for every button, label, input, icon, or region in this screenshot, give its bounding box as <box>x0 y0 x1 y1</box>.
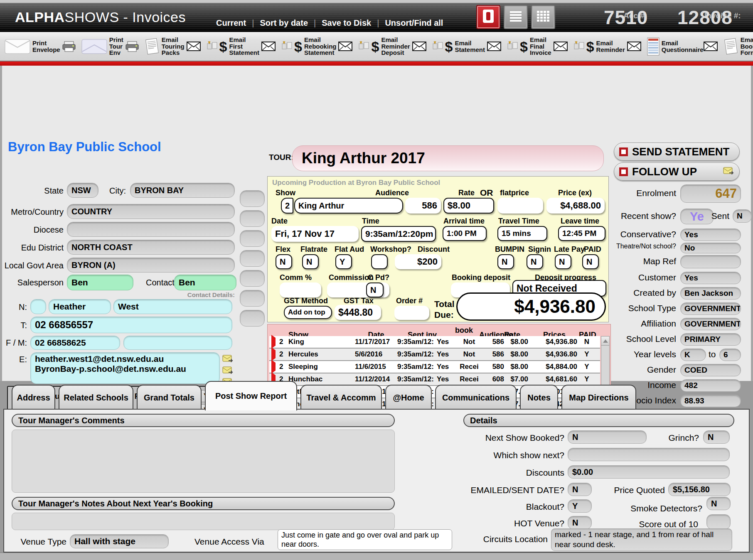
smoke-detectors-field[interactable]: N <box>706 497 731 510</box>
show-number-field[interactable]: 2 <box>281 198 293 214</box>
salesperson-field[interactable]: Ben <box>67 275 133 290</box>
menu-current[interactable]: Current <box>216 18 246 28</box>
venue-access-field[interactable]: Just come in gate and go over oval and p… <box>278 529 452 550</box>
toolbar-item-email-reminder-deposit[interactable]: $Email Reminder Deposit <box>356 34 428 59</box>
price-quoted-field[interactable]: $5,156.80 <box>668 483 731 496</box>
toolbar-item-print-envelope[interactable]: Print Envelope <box>2 34 78 59</box>
send-email-icon[interactable] <box>222 354 234 365</box>
emailed-sent-date-field[interactable]: N <box>568 483 592 496</box>
menu-save-to-disk[interactable]: Save to Disk <box>322 18 371 28</box>
tab-travel-accomm[interactable]: Travel & Accomm <box>300 385 382 410</box>
contact-field[interactable]: Ben <box>174 275 236 290</box>
rate-field[interactable]: $8.00 <box>443 198 494 214</box>
tab--home[interactable]: @Home <box>385 385 432 410</box>
tour-manager-comments-field[interactable] <box>12 430 395 493</box>
sidebar-field-year-to[interactable]: 6 <box>719 349 741 361</box>
tab-related-schools[interactable]: Related Schools <box>59 385 133 410</box>
blackout-field[interactable]: Y <box>568 499 592 513</box>
toolbar-item-email-touring-packs[interactable]: Email Touring Packs <box>143 34 203 59</box>
which-show-next-field[interactable] <box>568 448 730 461</box>
order-number-field[interactable] <box>394 306 429 320</box>
tab-grand-totals[interactable]: Grand Totals <box>137 385 202 410</box>
menu-sort-by-date[interactable]: Sort by date <box>260 18 308 28</box>
menu-unsort-find-all[interactable]: Unsort/Find all <box>385 18 443 28</box>
sidebar-field-school-type[interactable]: GOVERNMENT <box>680 302 741 315</box>
sidebar-field-affiliation[interactable]: GOVERNMENT <box>680 318 741 330</box>
toolbar-item-email-final-invoice[interactable]: $Email Final Invoice <box>505 34 570 59</box>
follow-up-checkbox[interactable] <box>619 167 628 176</box>
edu-district-field[interactable]: NORTH COAST <box>67 240 235 255</box>
form-view-button[interactable] <box>476 5 500 29</box>
c-pd-field[interactable]: N <box>366 282 384 297</box>
toolbar-item-print-tour-env[interactable]: Print Tour Env <box>79 34 141 59</box>
mobile-field[interactable] <box>123 336 232 350</box>
send-statement-checkbox[interactable] <box>619 147 628 156</box>
tab-communications[interactable]: Communications <box>435 385 517 410</box>
score-out-of-10-field[interactable] <box>706 514 731 529</box>
toolbar-item-email-booking-form[interactable]: Email Booking Form <box>721 34 753 59</box>
contact-first-name-field[interactable]: Heather <box>49 299 111 314</box>
bumpin-field[interactable]: N <box>497 254 514 269</box>
sidebar-field-conservative-[interactable]: Yes <box>680 228 741 241</box>
toolbar-item-email-questionnaire[interactable]: Email Questionnaire <box>645 34 720 59</box>
tab-post-show-report[interactable]: Post Show Report <box>205 381 297 410</box>
tab-notes[interactable]: Notes <box>520 385 558 410</box>
flat-aud-field[interactable]: Y <box>335 254 352 269</box>
tab-map-directions[interactable]: Map Directions <box>561 385 636 410</box>
workshop-field[interactable] <box>371 254 388 269</box>
email-field[interactable]: heather.west1@det.nsw.edu.au ByronBay-p.… <box>30 352 220 384</box>
toolbar-item-email-reminder[interactable]: $Email Reminder <box>571 34 643 59</box>
sidebar-label-affiliation: Affiliation <box>517 319 676 329</box>
contact-title-field[interactable] <box>30 299 46 314</box>
tour-name-field[interactable]: King Arthur 2017 <box>292 145 604 171</box>
tab-address[interactable]: Address <box>12 385 55 410</box>
discounts-field[interactable]: $0.00 <box>568 465 730 479</box>
metro-country-field[interactable]: COUNTRY <box>67 204 235 219</box>
local-govt-area-field[interactable]: BYRON (A) <box>67 258 235 273</box>
hot-venue-field[interactable]: N <box>568 516 592 529</box>
time-field[interactable]: 9:35am/12:20pm <box>361 226 436 242</box>
tour-manager-notes-field[interactable] <box>12 513 395 530</box>
next-show-booked-field[interactable]: N <box>568 430 647 444</box>
gst-method-field[interactable]: Add on top <box>284 306 332 319</box>
state-field[interactable]: NSW <box>67 183 98 198</box>
flex-field[interactable]: N <box>276 254 292 269</box>
sidebar-field-year-from[interactable]: K <box>680 349 706 361</box>
sidebar-field-income[interactable]: 482 <box>680 379 741 392</box>
sent-field[interactable]: N <box>733 209 752 223</box>
sidebar-field-customer[interactable]: Yes <box>680 272 741 284</box>
date-field[interactable]: Fri, 17 Nov 17 <box>271 226 359 242</box>
sidebar-field-created-by[interactable]: Ben Jackson <box>680 287 741 300</box>
arrival-time-field[interactable]: 1:00 PM <box>443 226 487 241</box>
send-statement-button[interactable]: SEND STATEMENT <box>614 142 740 161</box>
table-view-button[interactable] <box>531 5 555 29</box>
grinch-field[interactable]: N <box>703 430 730 444</box>
send-email-icon[interactable] <box>222 365 234 376</box>
flat-aud-label: Flat Aud <box>335 245 364 254</box>
sidebar-field-gender[interactable]: COED <box>680 364 741 376</box>
sidebar-field-school-level[interactable]: PRIMARY <box>680 333 741 346</box>
toolbar-item-email-first-statement[interactable]: $Email First Statement <box>204 34 278 59</box>
follow-up-button[interactable]: FOLLOW UP <box>614 162 740 181</box>
field-stub <box>240 190 265 207</box>
diocese-field[interactable] <box>67 222 235 237</box>
contact-last-name-field[interactable]: West <box>113 299 232 314</box>
city-field[interactable]: BYRON BAY <box>130 183 235 198</box>
flatrate-field[interactable]: N <box>302 254 319 269</box>
audience-field[interactable]: 586 <box>405 198 441 214</box>
sidebar-field-map-ref[interactable] <box>680 255 741 268</box>
venue-type-field[interactable]: Hall with stage <box>70 534 169 548</box>
show-name-field[interactable]: King Arthur <box>294 198 403 214</box>
comm-pct-field[interactable] <box>280 282 321 297</box>
sidebar-field-theatre-not-school-[interactable]: No <box>680 243 741 253</box>
circuits-location-field[interactable]: marked - 1 near stage, and 1 from rear o… <box>551 528 732 551</box>
follow-up-email-icon[interactable] <box>723 165 734 178</box>
fax-field[interactable]: 02 66858625 <box>30 336 120 350</box>
toolbar-item-email-rebooking-statement[interactable]: $Email Rebooking Statement <box>279 34 354 59</box>
list-view-button[interactable] <box>504 5 528 29</box>
dollar-icon: $ <box>219 39 227 54</box>
sidebar-field-socio-index[interactable]: 88.93 <box>680 395 741 407</box>
phone-field[interactable]: 02 66856557 <box>30 317 232 333</box>
discount-field[interactable]: $200 <box>395 254 441 269</box>
toolbar-item-email-statement[interactable]: $Email Statement <box>430 34 503 59</box>
